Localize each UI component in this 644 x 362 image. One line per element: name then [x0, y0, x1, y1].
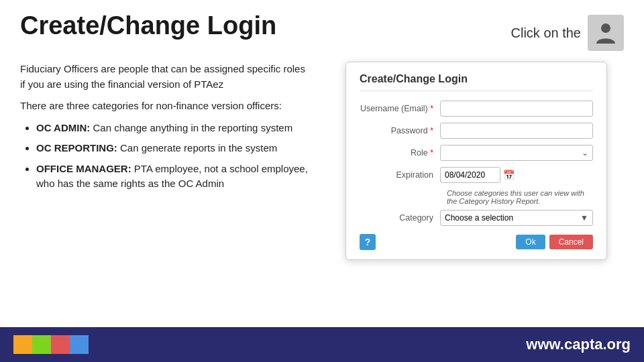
cancel-button[interactable]: Cancel — [549, 235, 593, 249]
role-label: Role * — [360, 148, 440, 158]
right-column: Create/Change Login Username (Email) * P… — [329, 62, 624, 260]
expiration-row: Expiration 📅 — [360, 167, 593, 183]
bullet-label-3: OFFICE MANAGER: — [36, 163, 131, 174]
category-row: Category Choose a selection ▼ — [360, 210, 593, 226]
password-row: Password * — [360, 123, 593, 139]
intro-para2: There are three categories for non-finan… — [20, 99, 309, 114]
color-blocks — [13, 335, 89, 354]
username-input[interactable] — [440, 101, 593, 117]
color-block-red — [51, 335, 70, 354]
category-placeholder: Choose a selection — [445, 213, 513, 223]
modal-title: Create/Change Login — [360, 73, 593, 91]
role-row: Role * ⌄ — [360, 145, 593, 161]
bottom-bar: www.capta.org — [0, 327, 644, 362]
username-row: Username (Email) * — [360, 101, 593, 117]
chevron-down-icon: ⌄ — [582, 148, 588, 158]
ok-button[interactable]: Ok — [516, 235, 545, 249]
bullet-text-1: Can change anything in the reporting sys… — [93, 122, 292, 133]
required-star: * — [430, 148, 433, 158]
modal-box: Create/Change Login Username (Email) * P… — [345, 62, 607, 260]
color-block-green — [32, 335, 51, 354]
expiration-label: Expiration — [360, 170, 440, 180]
person-icon — [594, 21, 618, 45]
website-url: www.capta.org — [526, 336, 631, 353]
expiration-input[interactable] — [440, 167, 500, 183]
page-title: Create/Change Login — [20, 12, 276, 40]
main-content: Fiduciary Officers are people that can b… — [0, 62, 644, 260]
date-input-wrapper: 📅 — [440, 167, 593, 183]
category-select[interactable]: Choose a selection ▼ — [440, 210, 593, 226]
bullet-list: OC ADMIN: Can change anything in the rep… — [20, 121, 309, 192]
modal-footer: ? Ok Cancel — [360, 234, 593, 250]
person-icon-box — [588, 15, 624, 51]
chevron-down-icon: ▼ — [580, 213, 588, 223]
top-right: Click on the — [511, 12, 625, 51]
svg-point-0 — [601, 23, 610, 33]
password-input[interactable] — [440, 123, 593, 139]
role-select[interactable]: ⌄ — [440, 145, 593, 161]
footer-buttons: Ok Cancel — [516, 235, 593, 249]
bullet-label-2: OC REPORTING: — [36, 142, 117, 154]
category-label: Category — [360, 213, 440, 223]
color-block-blue — [70, 335, 89, 354]
calendar-icon: 📅 — [503, 170, 515, 180]
bullet-text-2: Can generate reports in the system — [120, 142, 277, 154]
help-button[interactable]: ? — [360, 234, 376, 250]
click-on-the-label: Click on the — [511, 25, 582, 41]
top-section: Create/Change Login Click on the — [0, 0, 644, 58]
password-label: Password * — [360, 126, 440, 135]
list-item: OC ADMIN: Can change anything in the rep… — [36, 121, 309, 136]
username-label: Username (Email) * — [360, 104, 440, 113]
color-block-orange — [13, 335, 32, 354]
list-item: OC REPORTING: Can generate reports in th… — [36, 141, 309, 156]
required-star: * — [430, 104, 433, 113]
left-column: Fiduciary Officers are people that can b… — [20, 62, 309, 260]
category-hint: Choose categories this user can view wit… — [447, 189, 593, 205]
intro-para1: Fiduciary Officers are people that can b… — [20, 62, 309, 92]
list-item: OFFICE MANAGER: PTA employee, not a scho… — [36, 162, 309, 192]
bullet-label-1: OC ADMIN: — [36, 122, 90, 133]
required-star: * — [430, 126, 433, 135]
